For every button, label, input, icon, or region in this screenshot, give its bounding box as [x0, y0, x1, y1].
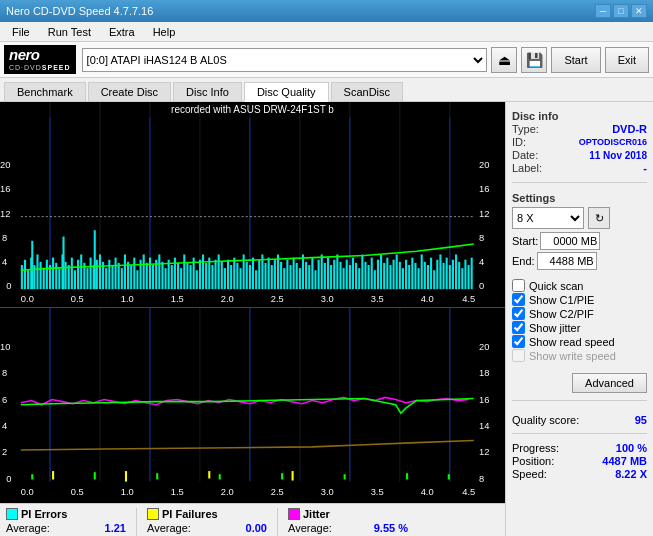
svg-text:3.0: 3.0 — [321, 293, 334, 304]
exit-button[interactable]: Exit — [605, 47, 649, 73]
disc-id-row: ID: OPTODISCR016 — [512, 136, 647, 148]
svg-rect-153 — [383, 263, 385, 289]
svg-text:2.0: 2.0 — [221, 293, 234, 304]
sidebar-divider-1 — [512, 182, 647, 183]
legend-jitter-header: Jitter — [288, 508, 408, 520]
svg-text:4: 4 — [479, 256, 484, 267]
show-c1-pie-checkbox[interactable] — [512, 293, 525, 306]
nero-logo: nero CD·DVDSPEED — [4, 45, 76, 73]
svg-rect-43 — [40, 262, 42, 289]
svg-rect-38 — [24, 260, 26, 289]
menu-extra[interactable]: Extra — [101, 25, 143, 39]
quick-scan-checkbox[interactable] — [512, 279, 525, 292]
svg-rect-62 — [99, 254, 101, 289]
svg-rect-156 — [393, 260, 395, 289]
show-read-speed-checkbox[interactable] — [512, 335, 525, 348]
progress-row: Progress: 100 % — [512, 442, 647, 454]
start-button[interactable]: Start — [551, 47, 600, 73]
drive-select[interactable]: [0:0] ATAPI iHAS124 B AL0S — [82, 48, 488, 72]
refresh-icon[interactable]: ↻ — [588, 207, 610, 229]
tab-disc-quality[interactable]: Disc Quality — [244, 82, 329, 102]
svg-rect-144 — [355, 263, 357, 289]
svg-text:2: 2 — [2, 446, 7, 457]
pi-failures-avg-row: Average: 0.00 — [147, 522, 267, 534]
svg-text:8: 8 — [2, 232, 7, 243]
tab-benchmark[interactable]: Benchmark — [4, 82, 86, 101]
svg-rect-122 — [286, 260, 288, 289]
end-input[interactable] — [537, 252, 597, 270]
show-c2-pif-checkbox[interactable] — [512, 307, 525, 320]
svg-rect-150 — [374, 270, 376, 289]
svg-rect-115 — [264, 263, 266, 289]
svg-rect-42 — [36, 254, 38, 289]
settings-title: Settings — [512, 192, 647, 204]
advanced-button[interactable]: Advanced — [572, 373, 647, 393]
pi-errors-color — [6, 508, 18, 520]
svg-text:2.5: 2.5 — [271, 293, 284, 304]
eject-icon[interactable]: ⏏ — [491, 47, 517, 73]
svg-rect-47 — [52, 258, 54, 290]
svg-rect-176 — [455, 254, 457, 289]
checkboxes-section: Quick scan Show C1/PIE Show C2/PIF Show … — [512, 278, 647, 363]
svg-rect-151 — [377, 260, 379, 289]
svg-text:8: 8 — [479, 232, 484, 243]
svg-rect-113 — [258, 260, 260, 289]
svg-rect-181 — [471, 258, 473, 290]
svg-rect-117 — [271, 265, 273, 289]
menu-help[interactable]: Help — [145, 25, 184, 39]
save-icon[interactable]: 💾 — [521, 47, 547, 73]
svg-rect-48 — [55, 263, 57, 289]
svg-rect-229 — [156, 473, 158, 479]
svg-text:0.0: 0.0 — [21, 486, 34, 497]
svg-rect-105 — [233, 258, 235, 290]
svg-rect-162 — [411, 258, 413, 290]
svg-rect-136 — [330, 265, 332, 289]
svg-text:0.0: 0.0 — [21, 293, 34, 304]
close-button[interactable]: ✕ — [631, 4, 647, 18]
svg-rect-81 — [158, 254, 160, 289]
svg-text:4.5: 4.5 — [462, 293, 475, 304]
svg-rect-224 — [125, 471, 127, 482]
svg-text:12: 12 — [479, 446, 489, 457]
svg-rect-225 — [208, 471, 210, 478]
svg-rect-179 — [464, 260, 466, 289]
start-input[interactable] — [540, 232, 600, 250]
tab-scan-disc[interactable]: ScanDisc — [331, 82, 403, 101]
maximize-button[interactable]: □ — [613, 4, 629, 18]
speed-select[interactable]: 8 X — [512, 207, 584, 229]
legend-divider-1 — [136, 508, 137, 536]
svg-rect-100 — [218, 254, 220, 289]
menu-run-test[interactable]: Run Test — [40, 25, 99, 39]
svg-rect-120 — [280, 262, 282, 289]
svg-text:12: 12 — [0, 208, 10, 219]
svg-rect-142 — [349, 265, 351, 289]
show-jitter-checkbox[interactable] — [512, 321, 525, 334]
svg-rect-74 — [136, 270, 138, 289]
disc-info-title: Disc info — [512, 110, 647, 122]
svg-text:20: 20 — [0, 159, 10, 170]
svg-rect-99 — [214, 260, 216, 289]
legend-jitter: Jitter Average: 9.55 % Maximum: 10.4 % P… — [288, 508, 408, 536]
title-bar-buttons: ─ □ ✕ — [595, 4, 647, 18]
show-write-speed-checkbox[interactable] — [512, 349, 525, 362]
tab-create-disc[interactable]: Create Disc — [88, 82, 171, 101]
svg-rect-107 — [239, 268, 241, 289]
svg-rect-145 — [358, 268, 360, 289]
menu-file[interactable]: File — [4, 25, 38, 39]
svg-text:1.5: 1.5 — [171, 293, 184, 304]
svg-rect-141 — [346, 260, 348, 289]
progress-section: Progress: 100 % Position: 4487 MB Speed:… — [512, 441, 647, 481]
svg-rect-168 — [430, 258, 432, 290]
svg-text:6: 6 — [2, 394, 7, 405]
svg-text:10: 10 — [0, 341, 10, 352]
show-read-speed-row: Show read speed — [512, 335, 647, 348]
svg-rect-110 — [249, 265, 251, 289]
svg-text:0: 0 — [479, 280, 484, 291]
minimize-button[interactable]: ─ — [595, 4, 611, 18]
tab-disc-info[interactable]: Disc Info — [173, 82, 242, 101]
svg-text:12: 12 — [479, 208, 489, 219]
svg-rect-232 — [344, 474, 346, 479]
svg-rect-223 — [52, 471, 54, 479]
svg-rect-58 — [86, 268, 88, 289]
svg-rect-67 — [115, 258, 117, 290]
